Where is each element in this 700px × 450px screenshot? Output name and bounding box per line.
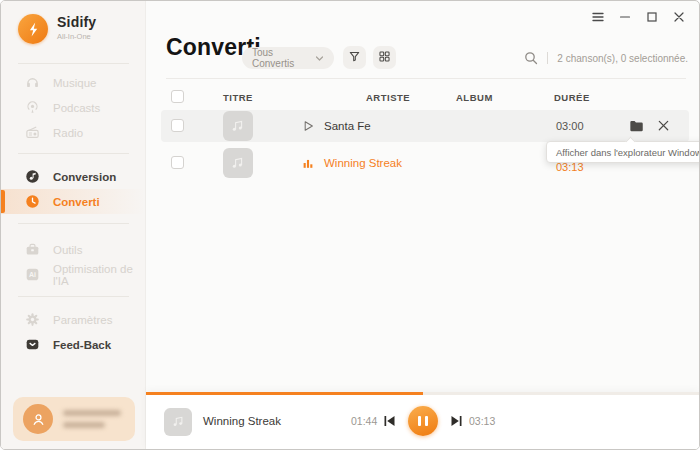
app-window: Sidify All-In-One Musique Podcasts: [0, 0, 700, 450]
account-email-blurred: [63, 422, 105, 428]
sidebar-item-feedback[interactable]: Feed-Back: [1, 332, 145, 357]
menu-icon[interactable]: [590, 10, 605, 24]
filter-button[interactable]: [343, 46, 366, 69]
window-controls: [590, 10, 686, 24]
column-duree: DURÉE: [554, 92, 590, 103]
converted-filter-dropdown[interactable]: Tous Convertis: [242, 47, 334, 69]
maximize-button[interactable]: [644, 10, 659, 24]
sidebar-item-musique[interactable]: Musique: [1, 70, 145, 95]
pause-icon: [418, 416, 428, 426]
minimize-button[interactable]: [617, 10, 632, 24]
progress-track[interactable]: [146, 392, 699, 395]
player-thumbnail: [164, 408, 192, 436]
main-content: Converti Tous Convertis 2 chanson(s), 0 …: [146, 1, 699, 449]
column-titre: TITRE: [223, 92, 253, 103]
sidebar-item-label: Optimisation de l'IA: [53, 263, 145, 287]
sidebar-divider: [18, 223, 129, 224]
app-tagline: All-In-One: [57, 32, 96, 41]
column-artiste: ARTISTE: [366, 92, 410, 103]
grid-icon: [378, 49, 391, 67]
clock-icon: [25, 194, 40, 209]
sidebar-item-conversion[interactable]: Conversion: [1, 164, 145, 189]
next-track-button[interactable]: [450, 414, 463, 427]
open-folder-button[interactable]: [629, 119, 644, 133]
sidebar: Sidify All-In-One Musique Podcasts: [1, 1, 146, 449]
radio-icon: [25, 125, 40, 140]
table-header: TITRE ARTISTE ALBUM DURÉE: [161, 89, 687, 107]
header-divider: [166, 78, 686, 79]
chevron-down-icon: [315, 54, 324, 63]
dropdown-selected-value: Tous Convertis: [252, 47, 315, 69]
toolbox-icon: [25, 242, 40, 257]
sidebar-divider: [18, 296, 129, 297]
app-logo: Sidify All-In-One: [1, 1, 145, 53]
grid-view-button[interactable]: [373, 46, 396, 69]
sidebar-item-label: Paramètres: [53, 314, 112, 326]
message-icon: [25, 337, 40, 352]
close-button[interactable]: [671, 10, 686, 24]
play-icon[interactable]: [301, 119, 315, 133]
pause-button[interactable]: [408, 406, 438, 436]
row-checkbox[interactable]: [171, 156, 184, 169]
tooltip-text: Afficher dans l'explorateur Windows: [556, 147, 700, 158]
avatar: [23, 404, 53, 434]
elapsed-time: 01:44: [351, 415, 377, 427]
remove-track-button[interactable]: [656, 119, 671, 133]
sidebar-item-radio[interactable]: Radio: [1, 120, 145, 145]
svg-text:Ai: Ai: [29, 271, 36, 278]
sidify-logo-icon: [18, 14, 48, 44]
column-album: ALBUM: [456, 92, 493, 103]
player-track-title: Winning Streak: [203, 415, 281, 427]
tooltip: Afficher dans l'explorateur Windows: [546, 141, 700, 163]
track-duration: 03:00: [556, 120, 584, 132]
sidebar-item-label: Feed-Back: [53, 339, 111, 351]
equalizer-icon: [301, 156, 315, 170]
select-all-checkbox[interactable]: [171, 90, 184, 103]
disc-icon: [25, 169, 40, 184]
app-name: Sidify: [57, 14, 96, 30]
track-thumbnail: [223, 111, 253, 141]
sidebar-item-label: Conversion: [53, 171, 116, 183]
player-progress-fill: [146, 392, 423, 395]
vertical-divider: [547, 52, 548, 64]
sidebar-item-label: Outils: [53, 244, 82, 256]
sidebar-item-podcasts[interactable]: Podcasts: [1, 95, 145, 120]
sidebar-item-optimisation-ia[interactable]: Ai Optimisation de l'IA: [1, 262, 145, 287]
player-bar: Winning Streak 01:44 03:13: [146, 392, 699, 449]
sidebar-item-parametres[interactable]: Paramètres: [1, 307, 145, 332]
track-title: Santa Fe: [324, 120, 371, 132]
table-row[interactable]: Santa Fe 03:00: [161, 110, 689, 142]
funnel-icon: [348, 49, 361, 67]
sidebar-divider: [18, 153, 129, 154]
sidebar-divider: [18, 63, 129, 64]
sidebar-item-outils[interactable]: Outils: [1, 237, 145, 262]
sidebar-item-converti[interactable]: Converti: [1, 189, 145, 214]
ai-icon: Ai: [25, 267, 40, 282]
gear-icon: [25, 312, 40, 327]
row-checkbox[interactable]: [171, 119, 184, 132]
track-thumbnail: [223, 148, 253, 178]
sidebar-item-label: Radio: [53, 127, 83, 139]
sidebar-item-label: Musique: [53, 77, 96, 89]
total-time: 03:13: [469, 415, 495, 427]
sidebar-item-label: Converti: [53, 196, 100, 208]
headphones-icon: [25, 75, 40, 90]
podcast-icon: [25, 100, 40, 115]
search-icon[interactable]: [524, 51, 538, 65]
account-card[interactable]: [13, 397, 135, 441]
selection-status: 2 chanson(s), 0 selectionnée.: [557, 53, 688, 64]
previous-track-button[interactable]: [383, 414, 396, 427]
sidebar-item-label: Podcasts: [53, 102, 100, 114]
account-email-blurred: [63, 410, 121, 416]
track-title: Winning Streak: [324, 157, 402, 169]
